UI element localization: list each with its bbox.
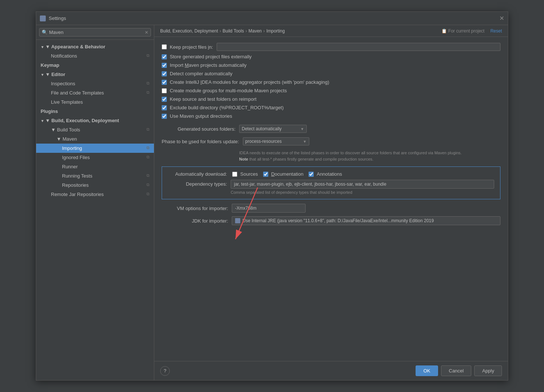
help-button[interactable]: ? — [160, 366, 170, 376]
phase-label: Phase to be used for folders update: — [162, 139, 239, 144]
auto-download-section: Automatically download: Sources Document… — [162, 166, 500, 199]
use-maven-output-checkbox[interactable] — [162, 114, 167, 119]
use-maven-output-label[interactable]: Use Maven output directories — [162, 113, 232, 119]
keep-source-test-row: Keep source and test folders on reimport — [162, 96, 500, 102]
keep-source-test-label[interactable]: Keep source and test folders on reimport — [162, 96, 256, 102]
import-maven-label[interactable]: Import Maven projects automatically — [162, 62, 247, 68]
sidebar-item-maven[interactable]: ▼ Maven — [36, 134, 154, 144]
create-module-groups-label[interactable]: Create module groups for multi-module Ma… — [162, 88, 287, 93]
window-title: Settings — [49, 16, 499, 21]
dependency-types-container: Comma separated list of dependency types… — [231, 180, 494, 195]
create-intellij-text: Create IntelliJ IDEA modules for aggrega… — [170, 79, 329, 85]
phase-select[interactable]: process-resources generate-sources — [245, 139, 302, 144]
documentation-label[interactable]: Documentation — [263, 171, 303, 177]
generated-sources-select-wrap[interactable]: Detect automatically Each generated-sour… — [239, 125, 307, 133]
sidebar-item-importing[interactable]: Importing ⧉ — [36, 144, 154, 153]
create-intellij-checkbox[interactable] — [162, 80, 167, 85]
sources-label[interactable]: Sources — [232, 171, 258, 177]
phase-select-wrap[interactable]: process-resources generate-sources ▼ — [243, 137, 309, 145]
search-clear-button[interactable]: ✕ — [145, 30, 148, 35]
main-content: 🔍 ✕ ▼ Appearance & Behavior Notification… — [36, 25, 508, 380]
dependency-types-input[interactable] — [231, 180, 494, 189]
annotations-label[interactable]: Annotations — [309, 171, 342, 177]
sidebar-item-notifications[interactable]: Notifications ⧉ — [36, 51, 154, 61]
breadcrumb-sep-1: › — [220, 28, 221, 34]
sidebar-item-running-tests[interactable]: Running Tests ⧉ — [36, 171, 154, 180]
exclude-build-dir-checkbox[interactable] — [162, 105, 167, 110]
for-current-project-label: 📋 For current project — [441, 28, 484, 34]
generated-sources-dropdown-arrow: ▼ — [300, 127, 304, 131]
main-panel: Build, Execution, Deployment › Build Too… — [154, 25, 508, 380]
copy-icon-remote-jar: ⧉ — [147, 192, 149, 196]
documentation-checkbox[interactable] — [263, 172, 268, 177]
copy-icon-inspections: ⧉ — [147, 81, 149, 86]
keep-source-test-checkbox[interactable] — [162, 97, 167, 102]
cancel-button[interactable]: Cancel — [441, 365, 471, 376]
ok-button[interactable]: OK — [416, 365, 438, 376]
search-icon: 🔍 — [42, 30, 48, 35]
phase-row: Phase to be used for folders update: pro… — [162, 137, 500, 145]
sidebar-item-runner[interactable]: Runner — [36, 162, 154, 171]
dependency-types-label: Dependency types: — [168, 180, 227, 187]
sources-checkbox[interactable] — [232, 172, 237, 177]
documentation-text: Documentation — [271, 171, 303, 177]
sidebar-item-inspections[interactable]: Inspections ⧉ — [36, 79, 154, 88]
generated-sources-select[interactable]: Detect automatically Each generated-sour… — [242, 126, 299, 131]
vm-options-label: VM options for importer: — [162, 206, 228, 211]
import-maven-row: Import Maven projects automatically — [162, 62, 500, 68]
sidebar-item-remote-jar-repositories[interactable]: Remote Jar Repositories ⧉ — [36, 190, 154, 199]
search-input[interactable] — [49, 30, 145, 35]
detect-compiler-text: Detect compiler automatically — [170, 71, 233, 76]
detect-compiler-label[interactable]: Detect compiler automatically — [162, 71, 233, 76]
vm-options-input[interactable] — [232, 204, 306, 213]
sidebar-item-ignored-files[interactable]: Ignored Files ⧉ — [36, 153, 154, 162]
breadcrumb: Build, Execution, Deployment › Build Too… — [154, 25, 508, 37]
generated-sources-label: Generated sources folders: — [162, 126, 235, 132]
import-maven-checkbox[interactable] — [162, 63, 167, 68]
dependency-types-row: Dependency types: Comma separated list o… — [168, 180, 494, 195]
store-generated-checkbox[interactable] — [162, 54, 167, 59]
vm-options-row: VM options for importer: — [162, 204, 500, 213]
sidebar-item-repositories[interactable]: Repositories ⧉ — [36, 180, 154, 190]
copy-icon-notifications: ⧉ — [147, 53, 149, 58]
jdk-field[interactable]: Use Internal JRE (java version "11.0.6+8… — [232, 216, 500, 225]
copy-icon-ignored-files: ⧉ — [147, 155, 149, 159]
phase-note-bold: Note — [239, 157, 248, 161]
sources-text: Sources — [240, 171, 258, 177]
app-icon — [40, 16, 46, 21]
annotations-checkbox[interactable] — [309, 172, 314, 177]
settings-content: Keep project files in: Store generated p… — [154, 37, 508, 361]
detect-compiler-checkbox[interactable] — [162, 71, 167, 76]
sidebar-section-build-execution[interactable]: ▼ Build, Execution, Deployment — [36, 116, 154, 125]
sidebar-section-keymap[interactable]: Keymap — [36, 61, 154, 70]
sidebar-item-file-code-templates[interactable]: File and Code Templates ⧉ — [36, 88, 154, 97]
use-maven-output-text: Use Maven output directories — [170, 113, 232, 119]
exclude-build-dir-text: Exclude build directory (%PROJECT_ROOT%/… — [170, 105, 283, 110]
keep-project-files-input[interactable] — [217, 43, 500, 51]
sidebar-section-plugins[interactable]: Plugins — [36, 107, 154, 116]
copy-icon-repositories: ⧉ — [147, 182, 149, 187]
auto-download-row: Automatically download: Sources Document… — [168, 171, 494, 177]
sidebar-section-editor[interactable]: ▼ Editor — [36, 70, 154, 79]
sidebar-item-build-tools[interactable]: ▼ Build Tools ⧉ — [36, 125, 154, 134]
exclude-build-dir-label[interactable]: Exclude build directory (%PROJECT_ROOT%/… — [162, 105, 283, 110]
store-generated-text: Store generated project files externally — [170, 54, 252, 59]
create-module-groups-checkbox[interactable] — [162, 88, 167, 93]
store-generated-label[interactable]: Store generated project files externally — [162, 54, 252, 59]
bottom-actions: OK Cancel Apply — [416, 365, 502, 376]
close-button[interactable]: ✕ — [499, 15, 504, 22]
keep-project-files-text: Keep project files in: — [170, 44, 213, 50]
sidebar-section-appearance[interactable]: ▼ Appearance & Behavior — [36, 42, 154, 51]
generated-sources-row: Generated sources folders: Detect automa… — [162, 125, 500, 133]
main-panel-wrapper: Build, Execution, Deployment › Build Too… — [154, 25, 508, 380]
copy-icon-running-tests: ⧉ — [147, 173, 149, 178]
apply-button[interactable]: Apply — [474, 365, 502, 376]
sidebar-item-live-templates[interactable]: Live Templates — [36, 97, 154, 107]
keep-project-files-label[interactable]: Keep project files in: — [162, 44, 213, 50]
auto-download-label: Automatically download: — [168, 171, 227, 177]
store-generated-row: Store generated project files externally — [162, 54, 500, 59]
keep-project-files-checkbox[interactable] — [162, 44, 167, 49]
create-intellij-label[interactable]: Create IntelliJ IDEA modules for aggrega… — [162, 79, 329, 85]
reset-link[interactable]: Reset — [490, 28, 502, 34]
breadcrumb-importing: Importing — [266, 28, 285, 34]
